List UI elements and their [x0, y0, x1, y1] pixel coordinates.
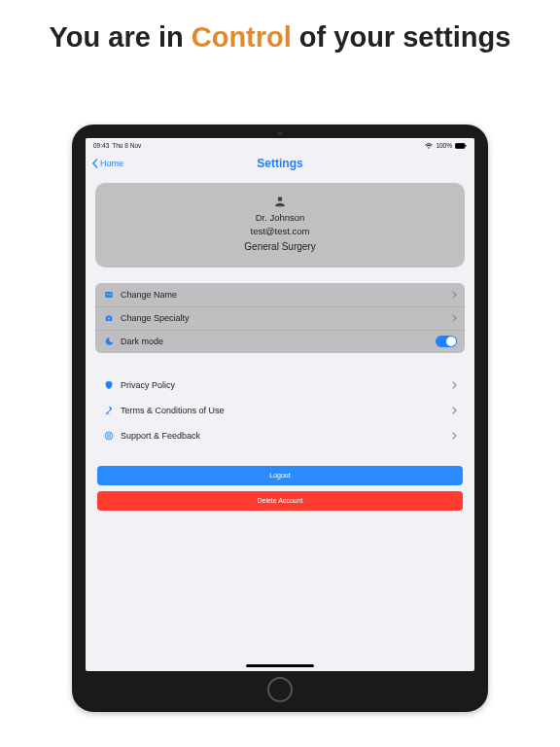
- gavel-icon: [103, 405, 114, 415]
- home-indicator: [246, 664, 314, 667]
- screen: 09:43 Thu 8 Nov 100%: [86, 138, 474, 671]
- svg-point-4: [106, 293, 108, 295]
- home-button[interactable]: [267, 677, 293, 702]
- row-label: Change Specialty: [121, 313, 452, 323]
- status-time: 09:43: [93, 142, 109, 149]
- profile-card: Dr. Johnson test@test.com General Surger…: [95, 183, 465, 267]
- status-battery-text: 100%: [436, 142, 452, 149]
- camera-dot: [278, 131, 282, 135]
- chevron-right-icon: [452, 432, 457, 440]
- svg-rect-10: [107, 318, 109, 319]
- status-bar: 09:43 Thu 8 Nov 100%: [86, 138, 474, 152]
- moon-icon: [103, 337, 114, 347]
- nav-bar: Home Settings: [86, 152, 474, 175]
- back-button[interactable]: Home: [91, 159, 123, 168]
- row-privacy-policy[interactable]: Privacy Policy: [95, 373, 465, 398]
- svg-rect-0: [455, 143, 464, 148]
- status-date: Thu 8 Nov: [112, 142, 141, 149]
- row-support[interactable]: Support & Feedback: [95, 423, 465, 448]
- chevron-left-icon: [91, 159, 98, 168]
- row-label: Change Name: [121, 290, 452, 300]
- svg-rect-5: [109, 293, 112, 294]
- logout-button[interactable]: Logout: [97, 466, 463, 485]
- row-terms[interactable]: Terms & Conditions of Use: [95, 398, 465, 423]
- shield-icon: [103, 379, 114, 390]
- dark-mode-toggle[interactable]: [436, 336, 457, 347]
- row-change-name[interactable]: Change Name: [95, 283, 465, 306]
- svg-point-2: [278, 196, 283, 201]
- settings-group-info: Privacy Policy Terms & Conditions of Use: [95, 373, 465, 448]
- chevron-right-icon: [452, 314, 457, 322]
- battery-icon: [455, 143, 467, 149]
- row-label: Privacy Policy: [121, 380, 452, 390]
- chevron-right-icon: [452, 291, 457, 299]
- chevron-right-icon: [452, 381, 457, 389]
- content: Dr. Johnson test@test.com General Surger…: [86, 175, 474, 671]
- back-label: Home: [100, 159, 123, 168]
- promo-headline: You are in Control of your settings: [0, 0, 560, 53]
- svg-rect-8: [107, 315, 110, 316]
- row-label: Support & Feedback: [121, 431, 452, 441]
- chevron-right-icon: [452, 407, 457, 414]
- svg-rect-6: [109, 295, 112, 296]
- profile-name: Dr. Johnson: [105, 211, 455, 225]
- settings-group-account: Change Name Change Specialty: [95, 283, 465, 353]
- row-dark-mode: Dark mode: [95, 330, 465, 353]
- row-label: Dark mode: [121, 337, 436, 346]
- page-title: Settings: [257, 157, 302, 170]
- svg-point-12: [107, 434, 110, 437]
- promo-pre: You are in: [50, 21, 192, 53]
- delete-account-button[interactable]: Delete Account: [97, 491, 463, 511]
- promo-accent: Control: [192, 21, 292, 53]
- profile-email: test@test.com: [105, 225, 455, 238]
- avatar-icon: [273, 195, 287, 208]
- person-card-icon: [103, 289, 114, 300]
- promo-post: of your settings: [292, 21, 511, 53]
- wifi-icon: [425, 143, 433, 149]
- tablet-frame: 09:43 Thu 8 Nov 100%: [72, 124, 488, 712]
- profile-specialty: General Surgery: [105, 239, 455, 254]
- briefcase-medical-icon: [103, 313, 114, 324]
- row-label: Terms & Conditions of Use: [121, 406, 452, 415]
- action-buttons: Logout Delete Account: [95, 466, 465, 511]
- svg-rect-1: [465, 144, 466, 147]
- lifebuoy-icon: [103, 430, 114, 441]
- row-change-specialty[interactable]: Change Specialty: [95, 306, 465, 330]
